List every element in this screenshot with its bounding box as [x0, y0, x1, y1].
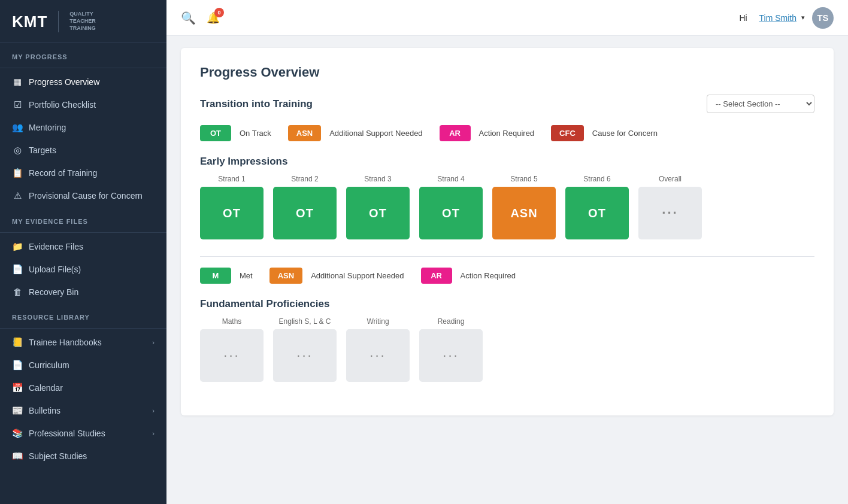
- target-icon: ◎: [12, 145, 23, 156]
- sidebar-item-provisional-cause[interactable]: ⚠ Provisional Cause for Concern: [0, 184, 166, 207]
- ar-label-2: Action Required: [461, 271, 516, 280]
- my-evidence-label: MY EVIDENCE FILES: [0, 207, 166, 230]
- strand-1-label: Strand 1: [218, 175, 245, 183]
- fund-reading-label: Reading: [438, 317, 465, 326]
- sidebar-item-label: Targets: [29, 145, 56, 155]
- sidebar-item-label: Mentoring: [29, 123, 66, 132]
- fund-maths-label: Maths: [222, 317, 242, 326]
- sidebar-item-targets[interactable]: ◎ Targets: [0, 139, 166, 162]
- asn-label-2: Additional Support Needed: [311, 271, 404, 280]
- sidebar-item-label: Trainee Handbooks: [29, 338, 102, 347]
- sidebar-item-label: Subject Studies: [29, 451, 87, 461]
- m-label: Met: [240, 271, 253, 280]
- topbar: 🔍 🔔 0 Hi Tim Smith ▾ TS: [166, 0, 848, 36]
- sidebar-item-subject-studies[interactable]: 📖 Subject Studies: [0, 445, 166, 467]
- fund-col-reading: Reading ···: [419, 317, 483, 382]
- bulletin-icon: 📰: [12, 405, 23, 416]
- cfc-label: Cause for Concern: [592, 129, 658, 138]
- strand-col-3: Strand 3 OT: [346, 175, 410, 239]
- search-button[interactable]: 🔍: [181, 11, 196, 25]
- logo: KMT QUALITY TEACHER TRAINING: [0, 0, 166, 42]
- folder-icon: 📁: [12, 241, 23, 252]
- fund-col-english: English S, L & C ···: [273, 317, 337, 382]
- asn-badge: ASN: [288, 125, 321, 141]
- trash-icon: 🗑: [12, 287, 23, 297]
- sidebar-item-professional-studies[interactable]: 📚 Professional Studies ›: [0, 422, 166, 445]
- user-name-link[interactable]: Tim Smith: [759, 13, 796, 23]
- resource-library-label: RESOURCE LIBRARY: [0, 303, 166, 326]
- strand-5-label: Strand 5: [510, 175, 537, 183]
- logo-subtitle: QUALITY TEACHER TRAINING: [69, 11, 96, 32]
- overall-box[interactable]: ···: [638, 187, 702, 239]
- strand-2-box[interactable]: OT: [273, 187, 337, 239]
- sidebar-item-calendar[interactable]: 📅 Calendar: [0, 377, 166, 399]
- sidebar-item-label: Provisional Cause for Concern: [29, 191, 143, 201]
- file-upload-icon: 📄: [12, 264, 23, 275]
- chevron-right-icon-3: ›: [152, 430, 155, 437]
- transition-title: Transition into Training: [200, 98, 313, 110]
- notification-button[interactable]: 🔔 0: [207, 11, 220, 25]
- sidebar-item-label: Progress Overview: [29, 77, 99, 87]
- strand-col-5: Strand 5 ASN: [492, 175, 556, 239]
- checklist-icon: ☑: [12, 99, 23, 110]
- fund-col-maths: Maths ···: [200, 317, 264, 382]
- sidebar: KMT QUALITY TEACHER TRAINING MY PROGRESS…: [0, 0, 166, 504]
- strand-col-overall: Overall ···: [638, 175, 702, 239]
- fund-reading-box[interactable]: ···: [419, 329, 483, 382]
- strand-6-box[interactable]: OT: [565, 187, 629, 239]
- calendar-icon: 📅: [12, 382, 23, 393]
- divider-2: [0, 232, 166, 233]
- overall-label: Overall: [659, 175, 682, 183]
- sidebar-item-record-of-training[interactable]: 📋 Record of Training: [0, 162, 166, 184]
- ar-label: Action Required: [479, 129, 535, 138]
- notification-badge: 0: [214, 8, 224, 17]
- avatar[interactable]: TS: [812, 7, 834, 29]
- fund-maths-box[interactable]: ···: [200, 329, 264, 382]
- strand-3-label: Strand 3: [364, 175, 391, 183]
- legend-row-2: M Met ASN Additional Support Needed AR A…: [200, 268, 814, 284]
- sidebar-item-label: Calendar: [29, 383, 63, 393]
- ot-label: On Track: [240, 129, 271, 138]
- divider-1: [0, 68, 166, 68]
- sidebar-item-recovery-bin[interactable]: 🗑 Recovery Bin: [0, 281, 166, 303]
- divider-3: [0, 328, 166, 329]
- strand-1-box[interactable]: OT: [200, 187, 264, 239]
- sidebar-item-trainee-handbooks[interactable]: 📒 Trainee Handbooks ›: [0, 331, 166, 354]
- sidebar-item-bulletins[interactable]: 📰 Bulletins ›: [0, 399, 166, 422]
- sidebar-item-label: Record of Training: [29, 168, 97, 178]
- select-section-dropdown[interactable]: -- Select Section -- Section 1 Section 2…: [707, 95, 814, 113]
- strand-row: Strand 1 OT Strand 2 OT Strand 3 OT Stra…: [200, 175, 814, 239]
- strand-6-label: Strand 6: [583, 175, 610, 183]
- fund-writing-label: Writing: [367, 317, 389, 326]
- strand-3-box[interactable]: OT: [346, 187, 410, 239]
- sidebar-item-label: Curriculum: [29, 360, 69, 370]
- asn-badge-2: ASN: [269, 268, 302, 284]
- strand-4-box[interactable]: OT: [419, 187, 483, 239]
- strand-4-label: Strand 4: [437, 175, 464, 183]
- people-icon: 👥: [12, 122, 23, 133]
- section-divider: [200, 256, 814, 257]
- sidebar-item-progress-overview[interactable]: ▦ Progress Overview: [0, 71, 166, 93]
- fundamental-proficiencies-section: Fundamental Proficiencies Maths ··· Engl…: [200, 298, 814, 382]
- sidebar-item-label: Bulletins: [29, 406, 60, 415]
- dropdown-arrow-icon: ▾: [801, 14, 805, 22]
- bar-chart-icon: ▦: [12, 77, 23, 87]
- asn-label: Additional Support Needed: [329, 129, 422, 138]
- fund-writing-box[interactable]: ···: [346, 329, 410, 382]
- fund-english-box[interactable]: ···: [273, 329, 337, 382]
- early-impressions-section: Early Impressions Strand 1 OT Strand 2 O…: [200, 156, 814, 239]
- sidebar-item-portfolio-checklist[interactable]: ☑ Portfolio Checklist: [0, 93, 166, 116]
- chevron-right-icon-2: ›: [152, 407, 155, 414]
- sidebar-item-mentoring[interactable]: 👥 Mentoring: [0, 116, 166, 139]
- prof-studies-icon: 📚: [12, 428, 23, 439]
- fundamental-title: Fundamental Proficiencies: [200, 298, 814, 310]
- warning-icon: ⚠: [12, 190, 23, 201]
- user-menu[interactable]: Hi Tim Smith ▾: [739, 13, 805, 23]
- sidebar-item-upload-files[interactable]: 📄 Upload File(s): [0, 258, 166, 281]
- cfc-badge: CFC: [551, 125, 584, 141]
- sidebar-item-evidence-files[interactable]: 📁 Evidence Files: [0, 235, 166, 258]
- strand-2-label: Strand 2: [291, 175, 318, 183]
- sidebar-item-curriculum[interactable]: 📄 Curriculum: [0, 354, 166, 377]
- strand-5-box[interactable]: ASN: [492, 187, 556, 239]
- handbook-icon: 📒: [12, 337, 23, 348]
